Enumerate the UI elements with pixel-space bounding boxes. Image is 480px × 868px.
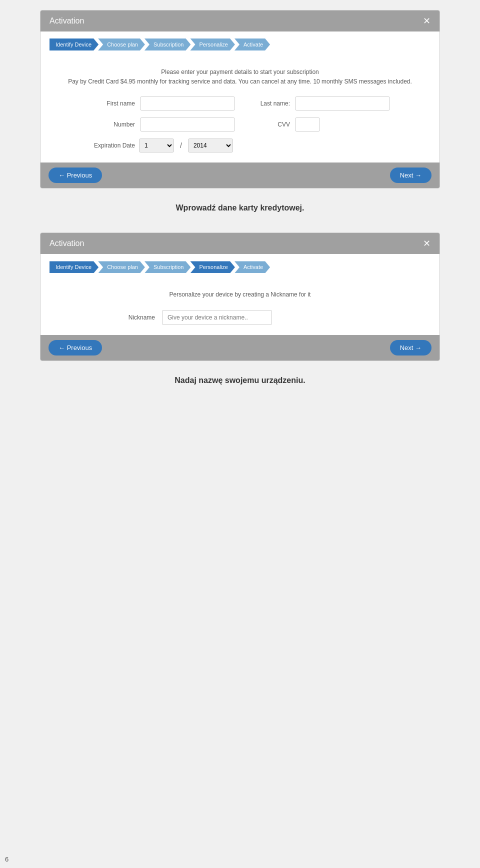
- step-activate[interactable]: Activate: [235, 38, 270, 50]
- cvv-field: CVV: [245, 118, 390, 132]
- step2-label-personalize: Personalize: [190, 261, 234, 273]
- first-name-label: First name: [90, 100, 135, 107]
- step2-identify-device[interactable]: Identify Device: [50, 261, 98, 273]
- step-choose-plan[interactable]: Choose plan: [98, 38, 145, 50]
- step-label-subscription: Subscription: [144, 38, 191, 50]
- number-field: Number: [90, 118, 235, 132]
- activation-modal-2: Activation ✕ Identify Device Choose plan…: [40, 232, 440, 360]
- step2-subscription[interactable]: Subscription: [145, 261, 191, 273]
- last-name-field: Last name:: [245, 96, 390, 110]
- expiration-month-select[interactable]: 1 2 3 4 5 6 7 8 9 10 11 12: [139, 138, 174, 152]
- expiration-row: Expiration Date 1 2 3 4 5 6 7 8 9 10 11 …: [90, 138, 390, 152]
- step-subscription[interactable]: Subscription: [145, 38, 191, 50]
- stepper-2: Identify Device Choose plan Subscription…: [40, 254, 440, 280]
- next-button-2[interactable]: Next: [390, 340, 432, 356]
- info-line-2: Pay by Credit Card $4.95 monthly for tra…: [56, 77, 424, 86]
- step-label-activate: Activate: [234, 38, 270, 50]
- payment-form: First name Last name: Number CVV: [90, 96, 390, 152]
- modal-header-2: Activation ✕: [40, 233, 440, 254]
- first-name-field: First name: [90, 96, 235, 110]
- next-button-1[interactable]: Next: [390, 168, 432, 183]
- prev-button-1[interactable]: Previous: [48, 168, 102, 183]
- last-name-label: Last name:: [245, 100, 290, 107]
- modal-footer-1: Previous Next: [40, 162, 440, 188]
- expiration-label: Expiration Date: [90, 142, 135, 149]
- close-button-2[interactable]: ✕: [423, 239, 430, 248]
- cvv-label: CVV: [245, 121, 290, 128]
- step2-label-identify: Identify Device: [50, 261, 98, 273]
- modal-footer-2: Previous Next: [40, 335, 440, 360]
- step2-personalize[interactable]: Personalize: [190, 261, 234, 273]
- nickname-form: Nickname: [115, 310, 365, 325]
- expiration-year-select[interactable]: 2014 2015 2016 2017 2018 2019 2020: [188, 138, 233, 152]
- caption-1: Wprowadź dane karty kredytowej.: [40, 204, 440, 212]
- nickname-input[interactable]: [162, 310, 272, 325]
- modal-body-1: Please enter your payment details to sta…: [40, 58, 440, 158]
- step2-activate[interactable]: Activate: [235, 261, 270, 273]
- stepper-1: Identify Device Choose plan Subscription…: [40, 32, 440, 58]
- info-text-1: Please enter your payment details to sta…: [56, 68, 424, 86]
- info-line-1: Please enter your payment details to sta…: [56, 68, 424, 77]
- modal-title-2: Activation: [50, 239, 84, 248]
- prev-button-2[interactable]: Previous: [48, 340, 102, 356]
- info-text-2: Personalize your device by creating a Ni…: [56, 290, 424, 300]
- step-identify-device[interactable]: Identify Device: [50, 38, 98, 50]
- step2-label-subscription: Subscription: [144, 261, 191, 273]
- number-label: Number: [90, 121, 135, 128]
- nickname-label: Nickname: [115, 314, 155, 321]
- modal-body-2: Personalize your device by creating a Ni…: [40, 280, 440, 330]
- close-button-1[interactable]: ✕: [423, 16, 430, 26]
- step2-label-activate: Activate: [234, 261, 270, 273]
- caption-2: Nadaj nazwę swojemu urządzeniu.: [40, 376, 440, 385]
- modal-header-1: Activation ✕: [40, 10, 440, 32]
- slash-separator: /: [178, 142, 184, 150]
- step-personalize[interactable]: Personalize: [190, 38, 234, 50]
- last-name-input[interactable]: [295, 96, 390, 110]
- step2-choose-plan[interactable]: Choose plan: [98, 261, 145, 273]
- first-name-input[interactable]: [140, 96, 235, 110]
- card-number-input[interactable]: [140, 118, 235, 132]
- step2-label-choose: Choose plan: [98, 261, 145, 273]
- cvv-input[interactable]: [295, 118, 320, 132]
- modal-title-1: Activation: [50, 16, 84, 26]
- step-label-personalize: Personalize: [190, 38, 234, 50]
- activation-modal-1: Activation ✕ Identify Device Choose plan…: [40, 10, 440, 188]
- step-label-identify: Identify Device: [50, 38, 98, 50]
- step-label-choose: Choose plan: [98, 38, 145, 50]
